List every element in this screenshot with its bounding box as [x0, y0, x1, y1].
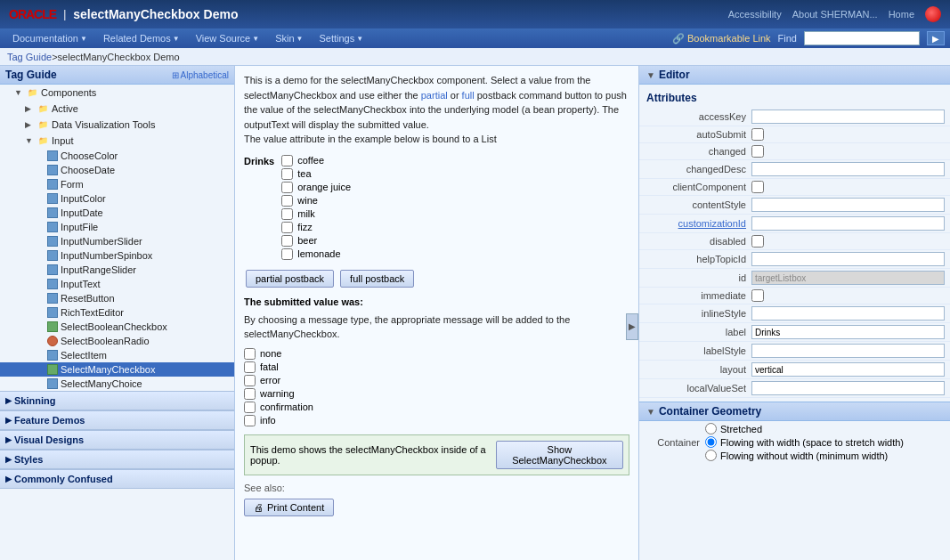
sidebar-item-selectmanychoice[interactable]: SelectManyChoice	[0, 377, 234, 391]
nav-documentation[interactable]: Documentation ▼	[5, 31, 94, 45]
attr-changed-checkbox[interactable]	[751, 145, 764, 158]
sidebar-item-components[interactable]: ▼ 📁 Components	[0, 85, 234, 101]
msg-error-checkbox[interactable]	[244, 375, 256, 386]
attr-clientcomponent-checkbox[interactable]	[751, 181, 764, 193]
folder-icon: 📁	[37, 102, 49, 115]
drink-milk-checkbox[interactable]	[281, 208, 293, 220]
attr-labelstyle-input[interactable]	[751, 344, 945, 358]
msg-none-checkbox[interactable]	[244, 348, 256, 360]
attr-accesskey-input[interactable]	[751, 110, 945, 124]
msg-confirmation-checkbox[interactable]	[244, 402, 256, 413]
attr-autosubmit-checkbox[interactable]	[751, 128, 764, 141]
popup-text: This demo shows the selectManyCheckbox i…	[250, 444, 496, 466]
component-icon	[47, 264, 58, 275]
attr-customizationid-label[interactable]: customizationId	[645, 218, 751, 229]
drink-coffee-checkbox[interactable]	[281, 155, 293, 166]
breadcrumb-tag-guide[interactable]: Tag Guide	[7, 52, 52, 62]
attr-immediate-checkbox[interactable]	[751, 289, 764, 302]
content-panel: This is a demo for the selectManyCheckbo…	[235, 66, 638, 560]
full-link[interactable]: full	[462, 90, 475, 101]
attr-layout-input[interactable]	[751, 362, 945, 377]
find-button[interactable]: ▶	[927, 31, 945, 45]
sidebar-item-dataviz[interactable]: ▶ 📁 Data Visualization Tools	[0, 117, 234, 133]
home-link[interactable]: Home	[889, 9, 914, 20]
sidebar-item-inputnumberspinbox[interactable]: InputNumberSpinbox	[0, 248, 234, 263]
section-feature-demos[interactable]: ▶ Feature Demos	[0, 410, 234, 430]
sidebar-item-inputtext[interactable]: InputText	[0, 277, 234, 291]
attr-helptopicid-input[interactable]	[751, 252, 945, 266]
sidebar-item-form[interactable]: Form	[0, 177, 234, 191]
sidebar-item-active[interactable]: ▶ 📁 Active	[0, 101, 234, 117]
sidebar-item-selectbooleancheckbox[interactable]: SelectBooleanCheckbox	[0, 320, 234, 334]
attr-changeddesc: changedDesc	[639, 160, 950, 179]
nav-skin[interactable]: Skin ▼	[268, 31, 310, 45]
sidebar-item-selectbooleanradio[interactable]: SelectBooleanRadio	[0, 334, 234, 348]
drink-fizz-checkbox[interactable]	[281, 222, 293, 233]
msg-info-checkbox[interactable]	[244, 415, 256, 426]
bookmarkable-link[interactable]: 🔗 Bookmarkable Link	[672, 33, 771, 45]
folder-icon: 📁	[37, 118, 49, 131]
attr-customizationid-input[interactable]	[751, 216, 945, 231]
section-commonly-confused-arrow: ▶	[5, 475, 12, 483]
section-styles[interactable]: ▶ Styles	[0, 450, 234, 469]
content-scroll-right[interactable]: ▶	[626, 313, 638, 340]
header-right: Accessibility About SHERMAN... Home	[728, 6, 941, 22]
sidebar-item-inputrangeslider[interactable]: InputRangeSlider	[0, 263, 234, 277]
find-input[interactable]	[804, 31, 920, 45]
component-icon	[47, 250, 58, 261]
container-flowing-width: Flowing with width (space to stretch wid…	[705, 436, 904, 448]
sidebar-item-inputcolor[interactable]: InputColor	[0, 191, 234, 206]
attr-autosubmit: autoSubmit	[639, 126, 950, 143]
attr-label-input[interactable]	[751, 325, 945, 339]
editor-scroll: Attributes accessKey autoSubmit changed …	[639, 85, 950, 560]
sidebar-item-inputfile[interactable]: InputFile	[0, 220, 234, 234]
attr-label: label	[639, 323, 950, 342]
drink-lemonade-checkbox[interactable]	[281, 248, 293, 260]
nav-related-demos[interactable]: Related Demos ▼	[96, 31, 187, 45]
submitted-section: The submitted value was:	[244, 296, 629, 307]
sidebar-item-richtexteditor[interactable]: RichTextEditor	[0, 305, 234, 320]
section-skinning[interactable]: ▶ Skinning	[0, 391, 234, 410]
attr-contentstyle-input[interactable]	[751, 198, 945, 212]
drink-beer-checkbox[interactable]	[281, 235, 293, 247]
sidebar-item-input[interactable]: ▼ 📁 Input	[0, 133, 234, 149]
partial-postback-button[interactable]: partial postback	[246, 270, 334, 288]
show-popup-button[interactable]: Show SelectManyCheckbox	[496, 441, 623, 469]
section-commonly-confused[interactable]: ▶ Commonly Confused	[0, 469, 234, 489]
container-geometry-header: ▼ Container Geometry	[639, 402, 950, 421]
accessibility-link[interactable]: Accessibility	[728, 9, 782, 20]
drink-wine-checkbox[interactable]	[281, 195, 293, 207]
sidebar-item-choosecolor[interactable]: ChooseColor	[0, 149, 234, 163]
attr-changeddesc-input[interactable]	[751, 162, 945, 176]
sidebar-item-selectmanycheckbox[interactable]: SelectManyCheckbox	[0, 362, 234, 377]
postback-buttons: partial postback full postback	[244, 266, 629, 291]
full-postback-button[interactable]: full postback	[340, 270, 414, 288]
nav-view-source[interactable]: View Source ▼	[189, 31, 266, 45]
attr-inlinestyle-input[interactable]	[751, 306, 945, 321]
drinks-checkboxes: coffee tea orange juice wine	[281, 154, 351, 261]
drink-tea-checkbox[interactable]	[281, 168, 293, 180]
msg-fatal-checkbox[interactable]	[244, 361, 256, 373]
sidebar-item-resetbutton[interactable]: ResetButton	[0, 291, 234, 305]
print-button[interactable]: 🖨 Print Content	[244, 499, 334, 516]
sidebar-item-choosedate[interactable]: ChooseDate	[0, 163, 234, 177]
flowing-nowidth-radio[interactable]	[705, 450, 717, 461]
collapse-container-icon: ▼	[646, 407, 655, 417]
partial-link[interactable]: partial	[421, 90, 448, 101]
msg-warning-checkbox[interactable]	[244, 388, 256, 400]
about-link[interactable]: About SHERMAN...	[792, 9, 878, 20]
sidebar-item-inputnumberslider[interactable]: InputNumberSlider	[0, 234, 234, 248]
flowing-width-radio[interactable]	[705, 436, 717, 448]
stretched-radio[interactable]	[705, 423, 717, 434]
sidebar-item-inputdate[interactable]: InputDate	[0, 206, 234, 220]
component-icon	[47, 279, 58, 289]
nav-settings[interactable]: Settings ▼	[312, 31, 370, 45]
attr-localvalueset-input[interactable]	[751, 381, 945, 395]
sidebar-item-selectitem[interactable]: SelectItem	[0, 348, 234, 362]
section-visual-designs[interactable]: ▶ Visual Designs	[0, 430, 234, 450]
component-icon	[47, 165, 58, 175]
alphabetical-button[interactable]: ⊞ Alphabetical	[172, 70, 229, 80]
attr-disabled-checkbox[interactable]	[751, 235, 764, 248]
drink-oj-checkbox[interactable]	[281, 182, 293, 193]
nav-view-source-arrow: ▼	[252, 35, 259, 43]
